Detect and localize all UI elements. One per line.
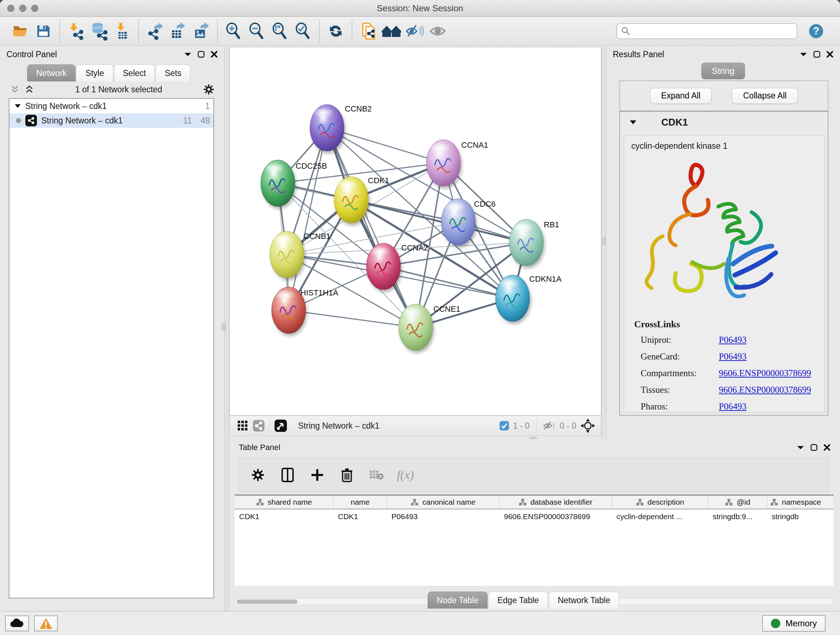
refresh-view-button[interactable] — [324, 19, 347, 43]
tab-network-table[interactable]: Network Table — [549, 592, 619, 608]
network-edge-count: 48 — [201, 116, 210, 126]
chevron-down-icon — [184, 52, 192, 57]
table-panel-close-button[interactable] — [823, 444, 831, 451]
help-button[interactable]: ? — [806, 21, 826, 41]
cloud-status-button[interactable] — [5, 616, 29, 631]
duplicate-network-button[interactable] — [357, 19, 380, 43]
collapse-all-networks-button[interactable] — [10, 85, 19, 94]
zoom-fit-button[interactable] — [268, 19, 292, 43]
results-panel-float-button[interactable] — [813, 51, 821, 58]
zoom-in-button[interactable] — [222, 19, 245, 43]
network-node-CCNA1[interactable]: CCNA1 — [426, 140, 488, 188]
tab-style[interactable]: Style — [76, 65, 113, 81]
network-options-button[interactable] — [203, 84, 214, 95]
locate-network-button[interactable] — [580, 418, 596, 434]
tab-network[interactable]: Network — [27, 65, 76, 81]
first-neighbors-button[interactable] — [380, 19, 403, 43]
network-node-CDC25B[interactable]: CDC25B — [261, 160, 327, 209]
network-edge-HIST1H1A-CCNE1[interactable] — [289, 310, 416, 327]
network-node-CDC6[interactable]: CDC6 — [441, 199, 496, 248]
gene-section-header[interactable]: CDK1 — [620, 112, 828, 133]
search-input[interactable] — [631, 26, 793, 36]
table-options-button[interactable] — [248, 466, 267, 485]
network-edge-CCNB2-HIST1H1A[interactable] — [289, 128, 327, 310]
collapse-all-button[interactable]: Collapse All — [732, 88, 798, 104]
network-node-HIST1H1A[interactable]: HIST1H1A — [272, 287, 338, 336]
control-panel-close-button[interactable] — [210, 51, 218, 58]
control-panel-tabs: Network Style Select Sets — [27, 65, 191, 81]
expand-all-button[interactable]: Expand All — [650, 88, 712, 104]
save-session-button[interactable] — [32, 19, 55, 43]
column-header-database-identifier[interactable]: database identifier — [500, 496, 612, 509]
import-network-button[interactable] — [65, 19, 88, 43]
control-panel-title: Control Panel — [6, 50, 57, 59]
network-node-CCNB2[interactable]: CCNB2 — [310, 104, 372, 154]
crosslink-tissues[interactable]: 9606.ENSP00000378699 — [719, 385, 811, 395]
network-style-button[interactable] — [251, 418, 267, 434]
warnings-button[interactable] — [34, 616, 58, 631]
selected-checkbox-icon[interactable] — [499, 421, 509, 431]
table-row[interactable]: CDK1 CDK1 P06493 9606.ENSP00000378699 cy… — [235, 509, 834, 524]
crosslink-genecard[interactable]: P06493 — [719, 352, 746, 362]
grid-view-button[interactable] — [235, 418, 251, 434]
network-canvas[interactable]: CCNB2CCNA1CDC25BCDK1CDC6RB1CCNB1CCNA2CDK… — [229, 47, 601, 416]
show-all-button[interactable] — [426, 19, 449, 43]
network-edge-CCNB2-CCNE1[interactable] — [327, 128, 416, 327]
home-icon — [382, 22, 401, 40]
protein-structure-image — [635, 151, 790, 310]
network-node-CDKN1A[interactable]: CDKN1A — [496, 274, 562, 324]
table-panel-menu-button[interactable] — [797, 444, 805, 451]
show-columns-button[interactable] — [278, 466, 297, 485]
node-label-CDC6: CDC6 — [474, 200, 496, 209]
export-image-button[interactable] — [189, 19, 213, 43]
network-node-CCNE1[interactable]: CCNE1 — [399, 304, 461, 353]
delete-column-button[interactable] — [338, 466, 356, 485]
open-session-button[interactable] — [9, 19, 32, 43]
results-panel-menu-button[interactable] — [799, 52, 807, 57]
control-panel-float-button[interactable] — [197, 51, 205, 58]
divider-handle[interactable] — [222, 323, 226, 331]
crosslink-compartments[interactable]: 9606.ENSP00000378699 — [719, 368, 811, 378]
network-node-CCNB1[interactable]: CCNB1 — [270, 231, 331, 280]
birds-eye-view-button[interactable] — [273, 418, 289, 434]
tab-select[interactable]: Select — [114, 65, 155, 81]
results-panel-close-button[interactable] — [826, 51, 834, 58]
delete-table-button[interactable] — [367, 466, 386, 485]
zoom-selected-button[interactable] — [292, 19, 315, 43]
memory-button[interactable]: Memory — [762, 615, 826, 632]
zoom-out-button[interactable] — [245, 19, 268, 43]
node-label-CCNE1: CCNE1 — [433, 304, 461, 314]
table-panel-float-button[interactable] — [810, 444, 818, 451]
column-header-id[interactable]: @id — [708, 496, 767, 509]
tab-string[interactable]: String — [701, 63, 745, 79]
crosslink-uniprot[interactable]: P06493 — [719, 335, 746, 345]
export-network-button[interactable] — [143, 19, 166, 43]
function-builder-button[interactable]: f(x) — [397, 468, 414, 482]
column-header-namespace[interactable]: namespace — [767, 496, 824, 509]
crosslink-pharos[interactable]: P06493 — [719, 402, 746, 412]
network-collection-row[interactable]: String Network – cdk1 1 — [9, 99, 213, 113]
column-header-description[interactable]: description — [612, 496, 708, 509]
expand-all-networks-button[interactable] — [25, 85, 34, 94]
import-table-button[interactable] — [111, 19, 134, 43]
tab-edge-table[interactable]: Edge Table — [488, 592, 548, 608]
column-header-canonical-name[interactable]: canonical name — [387, 496, 500, 509]
control-panel-menu-button[interactable] — [184, 52, 192, 57]
column-header-shared-name[interactable]: shared name — [235, 496, 333, 509]
hide-selected-button[interactable] — [403, 19, 426, 43]
export-table-button[interactable] — [166, 19, 189, 43]
tab-sets[interactable]: Sets — [156, 65, 190, 81]
network-node-CCNA2[interactable]: CCNA2 — [366, 243, 428, 292]
column-header-name[interactable]: name — [333, 496, 387, 509]
refresh-icon — [327, 22, 344, 40]
network-edge-CDK1-RB1[interactable] — [351, 200, 526, 242]
memory-label: Memory — [785, 618, 817, 629]
network-node-RB1[interactable]: RB1 — [509, 219, 559, 268]
network-row[interactable]: String Network – cdk1 11 48 — [9, 113, 213, 128]
scrollbar-thumb[interactable] — [237, 600, 297, 604]
tab-node-table[interactable]: Node Table — [428, 592, 488, 608]
import-network-from-database-button[interactable] — [88, 19, 111, 43]
create-column-button[interactable] — [308, 466, 327, 485]
table-header-row: shared name name canonical name database… — [235, 496, 834, 509]
window-title: Session: New Session — [0, 3, 840, 13]
